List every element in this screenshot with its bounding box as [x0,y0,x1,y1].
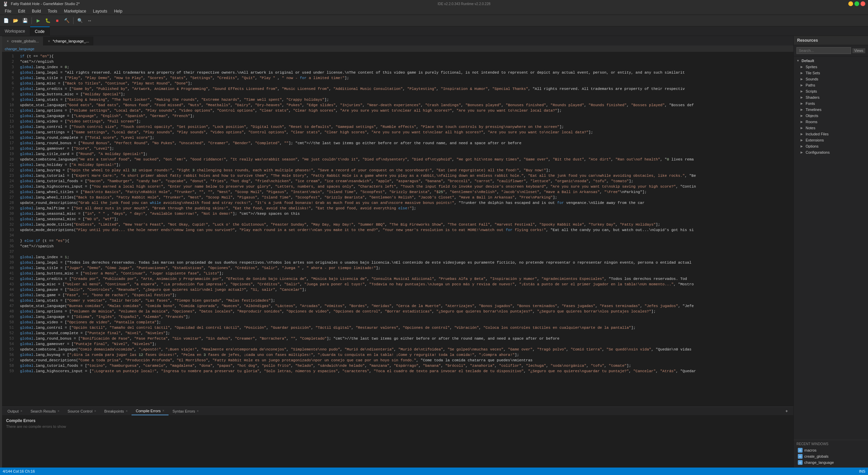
tree-item-label: Fonts [806,101,815,106]
tree-item-timelines[interactable]: ▶Timelines [794,107,868,113]
code-line: global.lang_gameover = ["Puntaje final",… [20,341,791,347]
tree-item-notes[interactable]: ▶Notes [794,125,868,131]
panel-tab-syntax-errors-close[interactable]: × [197,409,199,413]
titlebar-controls[interactable] [848,1,865,6]
new-button[interactable]: 📄 [2,17,10,25]
menu-item-edit[interactable]: Edit [15,8,28,14]
menu-item-file[interactable]: File [1,8,15,14]
panel-tab-source-control[interactable]: Source Control × [63,407,100,415]
panel-tab-breakpoints[interactable]: Breakpoints × [100,407,132,415]
line-number: 54 [2,341,16,347]
insert-mode: INS [859,469,865,473]
views-button[interactable]: Views [852,48,866,53]
code-editor[interactable]: 1234567891011121314151617181920212223242… [2,52,793,406]
code-line: global.lang_language = ["Idioma", "Inglé… [20,314,791,320]
open-button[interactable]: 📂 [12,17,20,25]
menu-item-layouts[interactable]: Layouts [90,8,111,14]
file-tab-close-icon[interactable]: × [6,39,9,43]
find-button[interactable]: 🔍 [76,17,84,25]
tree-arrow-icon: ▶ [801,90,804,93]
ide-version: IDE v2.2.0.343 Runtime v2.2.0.228 [438,2,491,6]
recent-windows-panel: Recent Windows GmacrosGcreate_globalsGch… [794,440,868,468]
tree-item-configurations[interactable]: ▶Configurations [794,149,868,155]
tree-arrow-icon: ▶ [801,77,804,81]
panel-tab-output-close[interactable]: × [20,409,22,413]
menu-item-tools[interactable]: Tools [44,8,61,14]
recent-item-change_language[interactable]: Gchange_language [796,459,865,466]
tree-item-label: Shaders [806,95,820,99]
tree-item-label: Timelines [806,108,822,112]
panel-tab-breakpoints-close[interactable]: × [126,409,128,413]
menu-item-help[interactable]: Help [111,8,126,14]
breadcrumb: change_language [2,45,793,52]
panel-tab-search-results-close[interactable]: × [57,409,59,413]
tree-item-sprites[interactable]: ▶Sprites [794,64,868,70]
toolbar: 📄 📂 💾 ▶ 🐛 ■ 🔨 🔍 ↔ [0,15,868,26]
line-number: 22 [2,168,16,173]
replace-button[interactable]: ↔ [85,17,94,25]
tree-item-objects[interactable]: ▶Objects [794,113,868,119]
tree-item-default[interactable]: ▼Default [794,58,868,64]
tree-arrow-icon: ▶ [801,114,804,117]
editor-area: × create_globals... × *change_language_.… [2,36,793,468]
line-number: 2 [2,59,16,64]
run-button[interactable]: ▶ [34,17,42,25]
panel-tab-syntax-errors[interactable]: Syntax Errors × [169,407,203,415]
code-line: global.lang_game = ["Fase", "", "bono de… [20,292,791,298]
tree-item-shaders[interactable]: ▶Shaders [794,94,868,100]
recent-item-macros[interactable]: Gmacros [796,447,865,453]
file-tab-create-globals[interactable]: × create_globals... [2,37,43,45]
maximize-button[interactable] [854,1,859,6]
line-number: 3 [2,64,16,70]
file-tab-change-language[interactable]: × *change_language_... [43,37,94,45]
panel-add-button[interactable]: + [783,407,791,415]
recent-items-container: GmacrosGcreate_globalsGchange_language [796,447,865,466]
tree-item-rooms[interactable]: ▶Rooms [794,119,868,125]
recent-item-create_globals[interactable]: Gcreate_globals [796,453,865,459]
tree-item-included-files[interactable]: ▶Included Files [794,131,868,137]
code-tab[interactable]: Code [30,26,50,36]
debug-button[interactable]: 🐛 [44,17,52,25]
resource-search-input[interactable] [796,47,851,54]
panel-tab-source-control-close[interactable]: × [94,409,96,413]
tree-item-label: Included Files [806,132,829,136]
tree-item-sounds[interactable]: ▶Sounds [794,76,868,82]
statusbar: 4/144 Col:16 Ch:16 INS [0,468,868,475]
panel-tab-compile-errors-close[interactable]: × [162,409,164,413]
code-line: global.lang_tutorial_foods = ["bacon", "… [20,178,791,184]
tree-arrow-icon: ▶ [801,83,804,87]
file-tab-close-icon-2[interactable]: × [47,39,51,43]
workspace-tab-bar: Workspace Code [0,26,868,36]
code-line: global.lang_seasonal_misc = ["in", " " ,… [20,211,791,216]
recent-item-label: create_globals [804,454,829,458]
tree-item-extensions[interactable]: ▶Extensions [794,137,868,143]
tree-arrow-icon: ▶ [801,132,804,136]
tree-item-label: Extensions [806,138,824,142]
panel-tab-compile-errors[interactable]: Compile Errors × [132,407,168,415]
statusbar-left: 4/144 Col:16 Ch:16 [3,469,35,473]
menu-item-marketplace[interactable]: Marketplace [61,8,90,14]
menu-item-build[interactable]: Build [28,8,44,14]
minimize-button[interactable] [848,1,853,6]
workspace-tab[interactable]: Workspace [0,26,30,36]
build-button[interactable]: 🔨 [63,17,71,25]
tree-item-label: Notes [806,126,815,130]
code-line: } else if (t == "es"){ [20,238,791,244]
tree-item-options[interactable]: ▶Options [794,143,868,149]
line-number: 11 [2,108,16,113]
tree-item-paths[interactable]: ▶Paths [794,82,868,88]
line-number: 59 [2,368,16,374]
save-button[interactable]: 💾 [21,17,29,25]
code-content[interactable]: if (t == "en"){ "cmt">//english global.l… [17,52,793,406]
line-number: 51 [2,325,16,330]
tree-arrow-icon: ▶ [801,71,804,75]
code-line: global.lang_buyrag = ["Spin the wheel to… [20,168,791,173]
panel-tab-output[interactable]: Output × [3,407,26,415]
tree-item-fonts[interactable]: ▶Fonts [794,100,868,107]
tree-item-scripts[interactable]: ▶Scripts [794,88,868,94]
stop-button[interactable]: ■ [53,17,61,25]
close-button[interactable] [861,1,865,6]
panel-tab-search-results[interactable]: Search Results × [26,407,63,415]
tree-item-tile-sets[interactable]: ▶Tile Sets [794,70,868,76]
line-number: 9 [2,97,16,102]
